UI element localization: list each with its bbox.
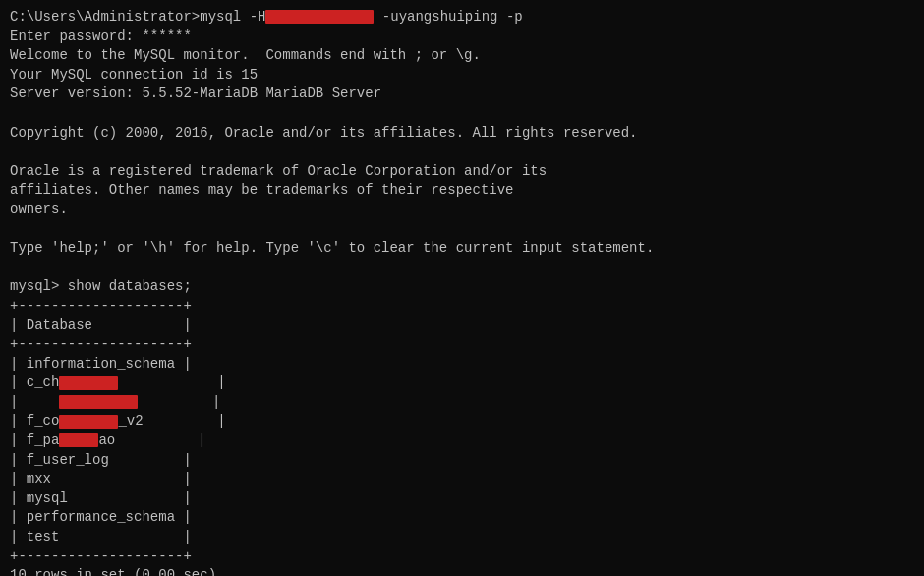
table-header: | Database |	[10, 317, 914, 336]
connection-id-line: Your MySQL connection id is 15	[10, 66, 914, 86]
server-version-line: Server version: 5.5.52-MariaDB MariaDB S…	[10, 85, 914, 104]
cmd-prefix: C:\Users\Administrator>mysql -H	[10, 9, 265, 25]
oracle-tm-2: affiliates. Other names may be trademark…	[10, 181, 914, 201]
oracle-tm-3: owners.	[10, 201, 914, 220]
table-row-7: | mxx |	[10, 470, 914, 490]
cmd-suffix: -uyangshuiping -p	[374, 9, 522, 25]
table-row-4: | f_co _v2 |	[10, 412, 914, 432]
table-row-9: | performance_schema |	[10, 508, 914, 528]
blank-3	[10, 220, 914, 240]
command-line: C:\Users\Administrator>mysql -H -uyangsh…	[10, 8, 914, 28]
welcome-line: Welcome to the MySQL monitor. Commands e…	[10, 46, 914, 66]
table-top-border: +--------------------+	[10, 297, 914, 317]
help-line: Type 'help;' or '\h' for help. Type '\c'…	[10, 239, 914, 259]
table-row-1: | information_schema |	[10, 355, 914, 374]
table-row-5: | f_pa ao |	[10, 432, 914, 451]
table-bottom-border: +--------------------+	[10, 547, 914, 567]
oracle-tm-1: Oracle is a registered trademark of Orac…	[10, 162, 914, 182]
password-line: Enter password: ******	[10, 28, 914, 47]
show-db-cmd: mysql> show databases;	[10, 277, 914, 297]
blank-1	[10, 104, 914, 124]
table-header-border: +--------------------+	[10, 335, 914, 355]
table-row-2: | c_ch |	[10, 374, 914, 393]
table-row-10: | test |	[10, 528, 914, 547]
table-row-6: | f_user_log |	[10, 451, 914, 471]
terminal-window: C:\Users\Administrator>mysql -H -uyangsh…	[10, 8, 914, 568]
copyright-line: Copyright (c) 2000, 2016, Oracle and/or …	[10, 124, 914, 144]
table-row-8: | mysql |	[10, 490, 914, 509]
blank-4	[10, 259, 914, 278]
blank-2	[10, 143, 914, 162]
redacted-ip	[265, 10, 374, 24]
table-row-3-redacted: | |	[10, 393, 914, 413]
result-summary: 10 rows in set (0.00 sec)	[10, 566, 914, 576]
